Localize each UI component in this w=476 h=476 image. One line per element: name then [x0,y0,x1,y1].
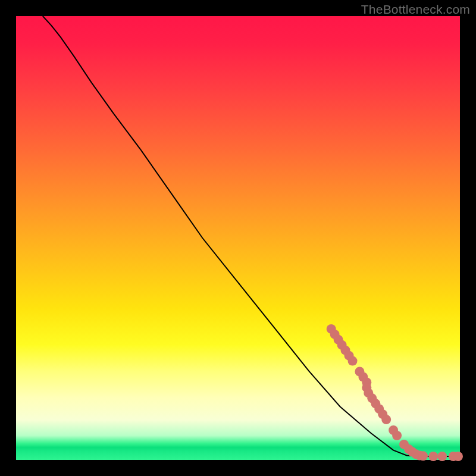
chart-overlay [16,16,460,460]
data-point [437,452,447,461]
watermark-text: TheBottleneck.com [361,2,470,17]
data-point [428,452,438,461]
data-point [392,431,402,440]
bottleneck-curve [43,16,460,456]
data-point [453,452,463,461]
data-point [348,356,358,366]
scatter-points [327,324,463,461]
data-point [418,451,428,461]
chart-frame: TheBottleneck.com [0,0,476,476]
data-point [381,415,391,424]
